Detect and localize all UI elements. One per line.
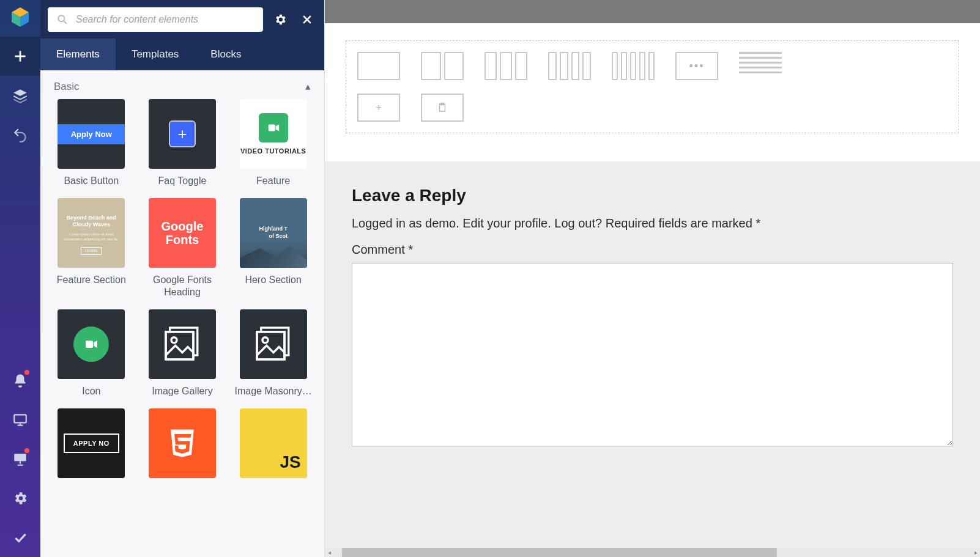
plus-icon: + (169, 120, 196, 147)
comment-label: Comment * (352, 243, 953, 257)
plus-icon: + (376, 102, 381, 113)
element-image-gallery[interactable]: Image Gallery (143, 309, 223, 397)
element-feature[interactable]: VIDEO TUTORIALS Feature (233, 99, 313, 187)
thumb-js: JS (240, 408, 307, 478)
layout-2col[interactable] (421, 52, 464, 80)
layout-more[interactable]: ••• (675, 52, 718, 80)
html5-icon (164, 425, 201, 462)
element-icon[interactable]: Icon (51, 309, 132, 397)
gear-icon (273, 13, 287, 26)
panel-top (40, 0, 324, 39)
element-label: Image Gallery (152, 385, 213, 397)
search-box (48, 7, 263, 32)
elements-grid: Apply Now Basic Button + Faq Toggle VIDE… (40, 99, 324, 490)
svg-marker-5 (13, 89, 27, 96)
element-hero-section[interactable]: Highland T of Scot Hero Section (233, 198, 313, 298)
svg-rect-16 (268, 125, 275, 131)
close-icon (301, 13, 313, 26)
rail-undo[interactable] (0, 115, 40, 154)
scroll-left-icon: ◂ (325, 549, 333, 556)
element-label: Feature Section (57, 274, 126, 286)
element-label: Icon (82, 385, 100, 397)
layout-1col[interactable] (357, 52, 400, 80)
svg-marker-17 (275, 125, 279, 131)
rail-presentation[interactable] (0, 440, 40, 479)
masonry-icon (251, 322, 295, 366)
section-title: Basic (54, 81, 80, 93)
layout-picker: ••• + (346, 40, 959, 133)
panel-tabs: Elements Templates Blocks (40, 39, 324, 70)
svg-rect-6 (14, 415, 26, 422)
panel-settings-button[interactable] (270, 10, 290, 29)
element-label: Feature (256, 175, 290, 187)
thumb-feature: VIDEO TUTORIALS (240, 99, 307, 169)
svg-rect-18 (86, 341, 93, 348)
horizontal-scrollbar[interactable]: ◂ ▸ (325, 547, 980, 557)
element-faq-toggle[interactable]: + Faq Toggle (143, 99, 223, 187)
element-basic-button[interactable]: Apply Now Basic Button (51, 99, 132, 187)
svg-rect-25 (257, 332, 284, 360)
layout-3col[interactable] (484, 52, 527, 80)
rail-desktop-preview[interactable] (0, 400, 40, 440)
section-header-basic[interactable]: Basic ▴ (40, 70, 324, 99)
rail-settings[interactable] (0, 479, 40, 518)
layout-5col[interactable] (612, 52, 655, 80)
video-icon (259, 113, 288, 142)
thumb-outline-button: APPLY NO (58, 408, 125, 478)
panel-close-button[interactable] (297, 10, 317, 29)
reply-heading: Leave a Reply (352, 186, 953, 205)
thumb-google-fonts: Google Fonts (149, 198, 216, 268)
search-icon (56, 13, 69, 26)
search-input[interactable] (76, 14, 254, 25)
comment-textarea[interactable] (352, 263, 953, 446)
thumb-icon (58, 309, 125, 379)
scroll-right-icon: ▸ (971, 549, 980, 556)
layout-text-rows[interactable] (739, 52, 782, 80)
thumb-html5 (149, 408, 216, 478)
element-label: Hero Section (245, 274, 302, 286)
element-label: Basic Button (64, 175, 119, 187)
presentation-dot-icon (24, 448, 29, 453)
svg-point-12 (58, 15, 64, 21)
left-rail (0, 0, 40, 557)
rail-notifications[interactable] (0, 361, 40, 400)
notification-dot-icon (24, 370, 29, 375)
tab-elements[interactable]: Elements (40, 39, 116, 70)
thumb-faq: + (149, 99, 216, 169)
clipboard-icon (437, 102, 448, 113)
tab-blocks[interactable]: Blocks (195, 39, 257, 70)
thumb-feature-section: Beyond Beach and Cloudy Waves Lorem ipsu… (58, 198, 125, 268)
element-google-fonts-heading[interactable]: Google Fonts Google Fonts Heading (143, 198, 223, 298)
tab-templates[interactable]: Templates (116, 39, 195, 70)
rail-add-element[interactable] (0, 37, 40, 76)
element-outline-button[interactable]: APPLY NO (51, 408, 132, 478)
svg-marker-19 (94, 341, 97, 348)
page-canvas: ••• + Leave a Reply Logged in as demo. E… (325, 23, 980, 547)
gallery-icon (160, 322, 204, 366)
layout-4col[interactable] (548, 52, 591, 80)
app-logo (8, 5, 32, 29)
layout-paste[interactable] (421, 94, 464, 122)
rail-layers[interactable] (0, 76, 40, 115)
thumb-image-gallery (149, 309, 216, 379)
chevron-up-icon: ▴ (305, 80, 311, 93)
thumb-hero: Highland T of Scot (240, 198, 307, 268)
element-feature-section[interactable]: Beyond Beach and Cloudy Waves Lorem ipsu… (51, 198, 132, 298)
element-label: Faq Toggle (158, 175, 207, 187)
layout-add[interactable]: + (357, 94, 400, 122)
reply-meta: Logged in as demo. Edit your profile. Lo… (352, 216, 953, 231)
video-circle-icon (73, 326, 109, 362)
svg-rect-9 (14, 454, 26, 461)
element-label: Google Fonts Heading (143, 274, 222, 298)
reply-section: Leave a Reply Logged in as demo. Edit yo… (325, 161, 980, 547)
svg-rect-21 (166, 332, 193, 360)
canvas-area: ••• + Leave a Reply Logged in as demo. E… (325, 0, 980, 557)
element-image-masonry[interactable]: Image Masonry… (233, 309, 313, 397)
element-js[interactable]: JS (233, 408, 313, 478)
rail-save[interactable] (0, 518, 40, 557)
element-html5[interactable] (143, 408, 223, 478)
thumb-basic-button: Apply Now (58, 99, 125, 169)
thumb-image-masonry (240, 309, 307, 379)
svg-line-13 (64, 21, 67, 23)
element-label: Image Masonry… (235, 385, 312, 397)
